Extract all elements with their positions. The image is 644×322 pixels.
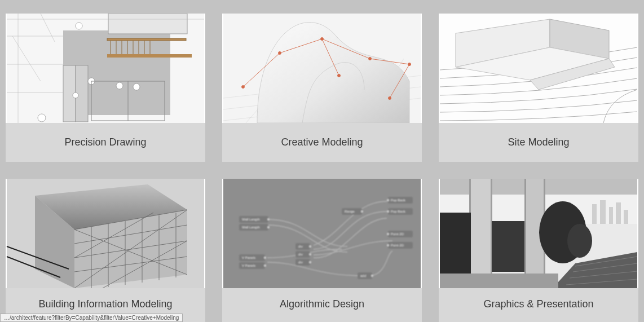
card-creative-modeling[interactable]: Creative Modeling: [222, 14, 422, 162]
svg-point-26: [133, 83, 140, 90]
svg-text:Point 2D: Point 2D: [391, 232, 404, 236]
thumb-algorithmic-design: Wall Length Wall Length V Panels V Panel…: [222, 179, 422, 288]
svg-text:Pop Back: Pop Back: [391, 210, 406, 213]
svg-point-99: [264, 257, 266, 259]
svg-text:add: add: [360, 274, 366, 277]
svg-rect-112: [592, 204, 597, 224]
svg-point-22: [38, 114, 46, 122]
svg-text:div: div: [298, 253, 303, 256]
svg-rect-2: [108, 14, 187, 34]
svg-point-25: [116, 82, 123, 89]
svg-point-97: [267, 218, 270, 220]
svg-rect-126: [440, 213, 471, 275]
card-algorithmic-design[interactable]: Wall Length Wall Length V Panels V Panel…: [222, 179, 422, 322]
graphics-presentation-icon: [439, 179, 638, 288]
svg-point-37: [242, 86, 245, 89]
svg-text:Wall Length: Wall Length: [242, 218, 259, 221]
svg-point-38: [279, 52, 281, 55]
thumb-precision-drawing: [6, 14, 205, 123]
svg-rect-79: [295, 243, 310, 250]
svg-rect-116: [624, 210, 628, 224]
svg-rect-81: [295, 251, 310, 258]
card-title: Precision Drawing: [6, 123, 205, 162]
svg-point-125: [567, 224, 592, 258]
thumb-site-modeling: [439, 14, 638, 123]
svg-rect-122: [524, 179, 526, 275]
svg-rect-127: [492, 221, 524, 272]
svg-point-98: [267, 226, 270, 228]
svg-point-109: [371, 275, 373, 277]
card-precision-drawing[interactable]: Precision Drawing: [6, 14, 205, 162]
creative-modeling-icon: [222, 14, 422, 123]
svg-text:V Panels: V Panels: [242, 264, 255, 267]
thumb-graphics-presentation: [439, 179, 638, 288]
svg-point-42: [389, 97, 391, 100]
svg-text:Pop Back: Pop Back: [391, 199, 406, 202]
site-modeling-icon: [439, 14, 638, 123]
status-bar: …/architect/feature?filterBy=Capability&…: [0, 314, 183, 322]
card-title: Algorithmic Design: [222, 288, 422, 322]
bim-icon: [6, 179, 205, 288]
card-title: Graphics & Presentation: [439, 288, 638, 322]
svg-rect-133: [440, 274, 558, 288]
svg-text:Range: Range: [345, 210, 355, 213]
thumb-creative-modeling: [222, 14, 422, 123]
svg-text:div: div: [298, 261, 303, 264]
card-title: Site Modeling: [439, 123, 638, 162]
svg-point-105: [387, 199, 389, 201]
svg-rect-113: [600, 200, 606, 224]
svg-rect-118: [469, 179, 491, 275]
svg-rect-115: [616, 202, 621, 224]
card-title: Creative Modeling: [222, 123, 422, 162]
svg-point-103: [309, 261, 311, 263]
svg-rect-12: [107, 54, 192, 58]
svg-point-23: [76, 23, 82, 29]
thumb-bim: [6, 179, 205, 288]
svg-text:Wall Length: Wall Length: [242, 226, 259, 229]
svg-point-41: [408, 63, 411, 66]
svg-point-108: [387, 244, 389, 246]
svg-text:div: div: [298, 245, 303, 248]
algorithmic-design-icon: Wall Length Wall Length V Panels V Panel…: [222, 179, 422, 288]
svg-point-102: [309, 253, 311, 255]
svg-rect-3: [107, 38, 186, 41]
card-bim[interactable]: Building Information Modeling: [6, 179, 205, 322]
svg-point-44: [338, 74, 341, 77]
svg-point-100: [264, 264, 266, 267]
svg-point-107: [387, 233, 389, 235]
svg-text:V Panels: V Panels: [242, 256, 255, 259]
precision-drawing-icon: [6, 14, 205, 123]
card-site-modeling[interactable]: Site Modeling: [439, 14, 638, 162]
svg-text:Point 2D: Point 2D: [391, 244, 404, 247]
feature-grid: Precision Drawing: [6, 14, 638, 322]
svg-rect-114: [609, 207, 613, 224]
card-graphics-presentation[interactable]: Graphics & Presentation: [439, 179, 638, 322]
svg-point-40: [369, 58, 372, 60]
svg-rect-83: [295, 259, 310, 266]
svg-point-27: [73, 92, 78, 98]
svg-point-104: [361, 210, 363, 213]
svg-point-101: [309, 245, 311, 248]
svg-point-106: [387, 210, 389, 213]
